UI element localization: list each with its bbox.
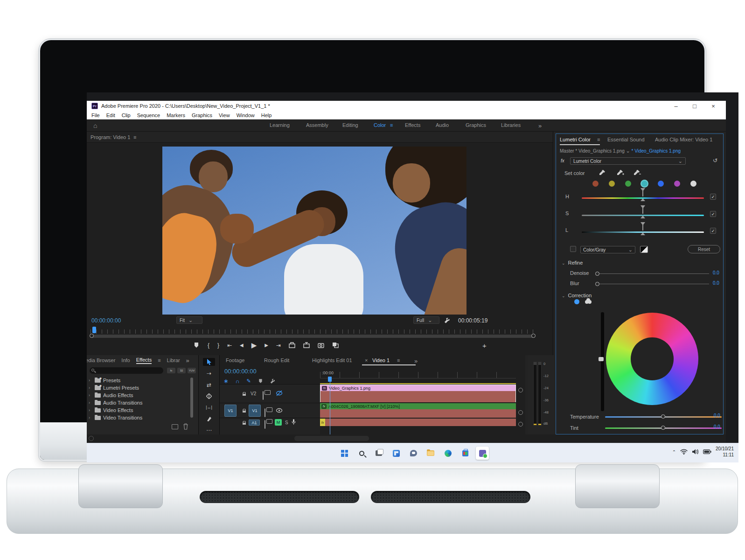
source-patch-v1[interactable]: V1 [224,405,237,417]
eyedropper-plus-icon[interactable] [617,169,624,176]
tab-learning[interactable]: Learning [270,122,290,128]
new-bin-icon[interactable] [172,424,178,429]
menu-view[interactable]: View [219,112,230,118]
luma-slider-handle[interactable] [642,225,643,231]
speaker-icon[interactable] [692,449,699,455]
program-panel-menu-icon[interactable]: ≡ [133,134,136,140]
timeline-marker-icon[interactable] [258,378,263,384]
blur-value[interactable]: 0.0 [713,280,719,286]
menu-file[interactable]: File [91,112,100,118]
track-select-forward-tool[interactable]: ⇢ [203,369,215,377]
eyedropper-minus-icon[interactable] [634,169,641,176]
tint-handle[interactable] [661,426,665,430]
clip-v2-video-graphics[interactable]: fx Video_Graphics 1.png [320,385,516,402]
tab-assembly[interactable]: Assembly [306,122,328,128]
track-lock-icon[interactable] [242,392,246,396]
scrubber-right-handle[interactable] [531,334,536,338]
store-button[interactable] [459,447,472,460]
mute-button[interactable]: M [275,419,282,426]
timeline-settings-wrench-icon[interactable] [270,378,276,384]
tab-video-1[interactable]: Video 1 [372,357,390,363]
mark-out-icon[interactable]: } [217,343,219,348]
chat-button[interactable] [407,447,420,460]
timeline-tab-menu-icon[interactable]: ≡ [397,357,400,363]
hue-checkbox[interactable]: ✓ [710,194,716,200]
track-lock-icon[interactable] [242,409,246,413]
wifi-icon[interactable] [680,449,688,455]
sync-lock-icon[interactable] [263,391,264,400]
timeline-pen-icon[interactable]: ✎ [247,378,251,384]
minimize-button[interactable]: – [670,101,682,111]
tab-lumetri-color[interactable]: Lumetri Color [560,137,591,142]
blur-handle[interactable] [595,282,599,286]
tab-essential-sound[interactable]: Essential Sound [607,137,645,142]
key-preview-checkbox[interactable]: ✓ [570,246,576,252]
voiceover-mic-icon[interactable] [292,419,296,425]
taskbar-search-button[interactable] [355,447,368,460]
program-scrubber[interactable] [91,335,535,338]
saturation-slider-handle[interactable] [642,208,643,214]
tab-highlights-edit[interactable]: Highlights Edit 01 [312,357,352,363]
effects-tree-item-audio-transitions[interactable]: ›Audio Transitions [89,399,142,406]
track-a1-label[interactable]: A1 [249,420,260,426]
hsl-swatch-white[interactable] [690,181,696,187]
tab-footage[interactable]: Footage [226,357,244,363]
track-lock-icon[interactable] [242,421,246,425]
correction-section-header[interactable]: ⌄Correction [562,293,592,298]
step-back-icon[interactable]: ◀ [240,343,244,348]
refine-section-header[interactable]: ⌄Refine [562,260,583,266]
menu-clip[interactable]: Clip [122,112,131,118]
mark-in-icon[interactable]: { [208,343,209,348]
blur-slider[interactable] [597,284,709,284]
lift-icon[interactable] [289,342,295,348]
track-output-icon[interactable] [276,407,283,413]
effects-tree-item-audio-effects[interactable]: ›Audio Effects [89,392,133,399]
more-tools-icon[interactable]: ⋯ [203,427,215,434]
sequence-clip-label[interactable]: * Video_Graphics 1.png [632,148,681,154]
ripple-edit-tool[interactable]: ⇄ [203,381,215,389]
denoise-value[interactable]: 0.0 [713,270,719,275]
32bit-effects-badge[interactable]: 32 [177,368,186,373]
effects-tree-item-video-effects[interactable]: ›Video Effects [89,406,133,414]
hsl-swatch-yellow[interactable] [609,181,615,187]
effects-tree-item-presets[interactable]: ›Presets [89,377,120,384]
wheel-luma-slider[interactable] [601,312,604,411]
menu-edit[interactable]: Edit [106,112,115,118]
step-forward-icon[interactable]: ▶ [265,343,268,348]
color-wheel[interactable] [606,313,698,405]
chevron-down-icon[interactable]: ⌄ [626,148,630,154]
tab-info[interactable]: Info [121,357,130,363]
tab-libraries-clipped[interactable]: Libraries [167,357,180,363]
edge-button[interactable] [441,447,454,460]
color-wheels-icon[interactable] [585,298,592,304]
tray-datetime[interactable]: 20/10/21 11:11 [716,446,734,458]
selection-tool[interactable] [203,358,215,366]
track-v2-label[interactable]: V2 [251,391,256,396]
file-explorer-button[interactable] [424,447,437,460]
track-scroll-handle[interactable] [518,410,523,415]
menu-markers[interactable]: Markers [167,112,185,118]
lumetri-tab-menu-icon[interactable]: ≡ [597,137,600,142]
timeline-overflow-icon[interactable]: » [414,357,418,364]
clip-v1-footage[interactable]: fx A004C026_190808AT.MXF [V] [210%] [320,403,516,418]
workspace-overflow-icon[interactable]: » [538,122,542,129]
track-scroll-handle[interactable] [518,388,523,392]
tab-color[interactable]: Color [374,122,386,128]
panel-overflow-icon[interactable]: » [186,357,189,364]
reset-effect-icon[interactable]: ↺ [713,157,717,164]
tab-media-browser[interactable]: Media Browser [87,357,115,363]
linked-selection-icon[interactable]: ∩ [236,378,240,385]
luma-checkbox[interactable]: ✓ [710,228,716,234]
color-tab-menu-icon[interactable]: ≡ [390,122,393,128]
correction-color-dot-icon[interactable] [574,299,579,304]
effects-search-input[interactable] [90,367,163,374]
temperature-handle[interactable] [661,414,665,419]
effects-tree-item-lumetri-presets[interactable]: ›Lumetri Presets [89,384,139,392]
track-v1-label[interactable]: V1 [249,405,261,417]
yuv-effects-badge[interactable]: YUV [188,368,196,373]
wheel-luma-handle[interactable] [599,357,604,361]
battery-icon[interactable] [703,449,711,454]
tint-value[interactable]: 0.0 [714,424,720,429]
temperature-value[interactable]: 0.0 [714,413,720,418]
menu-graphics[interactable]: Graphics [192,112,212,118]
